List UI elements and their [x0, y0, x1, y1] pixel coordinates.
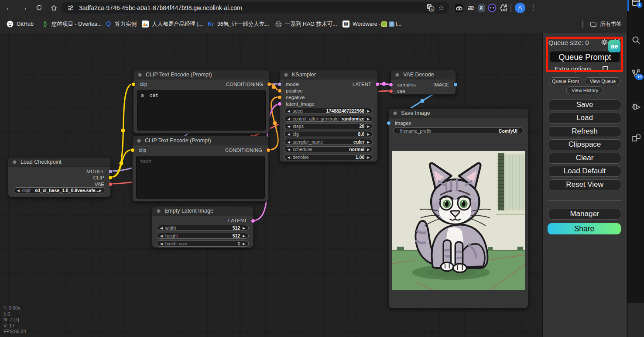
node-empty-latent-image[interactable]: Empty Latent Image LATENT ◀width512▶ ◀he… — [152, 206, 253, 248]
increment-arrow-icon[interactable]: ▶ — [367, 140, 370, 144]
slot-dot-vae[interactable] — [389, 89, 393, 93]
extension-assistant-icon[interactable] — [487, 3, 497, 13]
slot-dot-latent[interactable] — [251, 219, 255, 223]
widget-denoise[interactable]: ◀denoise1.00▶ — [284, 154, 373, 160]
slot-dot-latent-image[interactable] — [277, 102, 282, 106]
browser-menu-button[interactable]: ⋮ — [529, 2, 538, 13]
widget-scheduler[interactable]: ◀schedulernormal▶ — [284, 146, 373, 152]
decrement-arrow-icon[interactable]: ◀ — [288, 117, 290, 121]
widget-control-after-generate[interactable]: ◀control_after_generaterandomize▶ — [284, 116, 373, 122]
bookmark-rag[interactable]: 一系列 RAG 技术可... — [275, 19, 337, 29]
node-clip-text-encode-negative[interactable]: CLIP Text Encode (Prompt) clip CONDITION… — [132, 136, 269, 202]
node-titlebar[interactable]: VAE Decode — [391, 70, 456, 79]
increment-arrow-icon[interactable]: ▶ — [367, 109, 370, 113]
collapse-dot-icon[interactable] — [13, 160, 17, 164]
slot-dot-vae[interactable] — [108, 182, 113, 186]
widget-width[interactable]: ◀width512▶ — [157, 225, 249, 231]
prompt-textarea[interactable]: text — [136, 156, 265, 199]
clipspace-button[interactable]: Clipspace — [548, 139, 621, 150]
refresh-button-comfy[interactable]: Refresh — [548, 126, 621, 137]
bookmark-36kr[interactable]: Kr 36氪_让一部分人先... — [207, 19, 269, 29]
decrement-arrow-icon[interactable]: ◀ — [288, 155, 290, 159]
home-button[interactable] — [48, 2, 59, 14]
load-button[interactable]: Load — [548, 113, 621, 124]
node-titlebar[interactable]: CLIP Text Encode (Prompt) — [134, 70, 269, 79]
increment-arrow-icon[interactable]: ▶ — [367, 148, 370, 151]
extension-ae-icon[interactable]: æ — [466, 3, 476, 13]
share-button[interactable]: Share — [548, 223, 621, 234]
collapse-dot-icon[interactable] — [138, 73, 142, 77]
search-icon[interactable] — [631, 35, 641, 45]
increment-arrow-icon[interactable]: ▶ — [367, 117, 370, 121]
debug-run-icon[interactable] — [631, 102, 641, 112]
slot-dot-negative[interactable] — [277, 95, 282, 100]
widget-cfg[interactable]: ◀cfg8.0▶ — [284, 131, 373, 137]
decrement-arrow-icon[interactable]: ◀ — [160, 234, 163, 238]
generated-image-preview[interactable] — [392, 151, 525, 290]
bookmark-wordware[interactable]: W Wordware - I... — [343, 19, 401, 29]
widget-steps[interactable]: ◀steps20▶ — [284, 123, 373, 129]
refresh-button[interactable] — [33, 2, 45, 14]
slot-dot-images[interactable] — [387, 121, 391, 125]
bookmark-star-icon[interactable]: ☆ — [438, 3, 444, 12]
collapse-dot-icon[interactable] — [393, 111, 397, 115]
windows-panel-icon[interactable]: 1 — [631, 0, 641, 9]
collapse-dot-icon[interactable] — [137, 139, 141, 143]
node-load-checkpoint[interactable]: Load Checkpoint MODEL CLIP VAE ◀ ckpt_na… — [8, 157, 111, 197]
save-button[interactable]: Save — [548, 100, 621, 110]
extra-options-checkbox[interactable] — [603, 66, 608, 72]
queue-front-button[interactable]: Queue Front — [549, 77, 582, 85]
increment-arrow-icon[interactable]: ▶ — [367, 132, 370, 136]
queue-prompt-button[interactable]: Queue Prompt — [550, 51, 620, 62]
view-history-button[interactable]: View History — [566, 86, 603, 94]
slot-dot-latent[interactable] — [375, 82, 380, 86]
extension-x-icon[interactable]: X — [476, 3, 486, 13]
decrement-arrow-icon[interactable]: ◀ — [160, 242, 163, 246]
node-save-image[interactable]: Save Image images filename_prefix ComfyU… — [388, 108, 528, 308]
view-queue-button[interactable]: View Queue — [585, 77, 621, 85]
decrement-arrow-icon[interactable]: ◀ — [288, 140, 290, 144]
node-titlebar[interactable]: Save Image — [389, 109, 528, 118]
node-titlebar[interactable]: Load Checkpoint — [8, 158, 110, 167]
node-titlebar[interactable]: Empty Latent Image — [152, 206, 253, 216]
increment-arrow-icon[interactable]: ▶ — [243, 226, 245, 230]
profile-avatar[interactable]: A — [515, 3, 525, 13]
slot-dot-image[interactable] — [453, 83, 458, 87]
slot-dot-conditioning[interactable] — [267, 82, 271, 86]
extension-binoculars-icon[interactable] — [454, 3, 464, 13]
slot-dot-clip[interactable] — [130, 148, 135, 152]
forward-button[interactable]: → — [18, 2, 30, 14]
node-vae-decode[interactable]: VAE Decode samples vae IMAGE — [391, 70, 456, 95]
widget-filename-prefix[interactable]: filename_prefix ComfyUI — [393, 127, 524, 134]
node-graph-icon[interactable]: 19 — [631, 69, 641, 79]
clear-button[interactable]: Clear — [548, 153, 621, 164]
url-bar[interactable]: 3adfa2ca-9746-45bc-a0a1-87b84f447b98.gw.… — [61, 2, 449, 14]
site-settings-icon[interactable] — [67, 4, 75, 12]
collapse-dot-icon[interactable] — [157, 209, 161, 213]
decrement-arrow-icon[interactable]: ◀ — [288, 148, 290, 151]
decrement-arrow-icon[interactable]: ◀ — [288, 132, 290, 136]
slot-dot-model[interactable] — [108, 169, 113, 174]
slot-dot-model[interactable] — [277, 82, 282, 86]
reset-view-button[interactable]: Reset View — [548, 179, 621, 190]
comfyui-canvas[interactable]: Load Checkpoint MODEL CLIP VAE ◀ ckpt_na… — [0, 33, 542, 337]
increment-arrow-icon[interactable]: ▶ — [99, 189, 102, 193]
increment-arrow-icon[interactable]: ▶ — [243, 234, 245, 238]
node-titlebar[interactable]: CLIP Text Encode (Prompt) — [133, 136, 268, 145]
bookmark-overleaf[interactable]: 您的项目 - Overlea... — [41, 19, 102, 29]
node-clip-text-encode-positive[interactable]: CLIP Text Encode (Prompt) clip CONDITION… — [133, 70, 270, 134]
increment-arrow-icon[interactable]: ▶ — [243, 242, 245, 246]
collapse-dot-icon[interactable] — [395, 73, 399, 77]
widget-batch-size[interactable]: ◀batch_size1▶ — [157, 241, 249, 247]
back-button[interactable]: ← — [3, 2, 15, 14]
manager-button[interactable]: Manager — [548, 209, 621, 220]
node-ksampler[interactable]: KSampler model positive negative latent_… — [279, 70, 378, 162]
widget-seed[interactable]: ◀seed174882467222968▶ — [284, 108, 373, 114]
slot-dot-clip[interactable] — [131, 82, 136, 86]
slot-dot-clip[interactable] — [108, 175, 113, 180]
widget-height[interactable]: ◀height512▶ — [157, 233, 249, 239]
decrement-arrow-icon[interactable]: ◀ — [17, 189, 20, 193]
bookmark-compute-instance[interactable]: 算力实例 — [105, 19, 137, 29]
ae-extension-badge[interactable]: ae — [608, 40, 620, 52]
load-default-button[interactable]: Load Default — [548, 166, 621, 177]
